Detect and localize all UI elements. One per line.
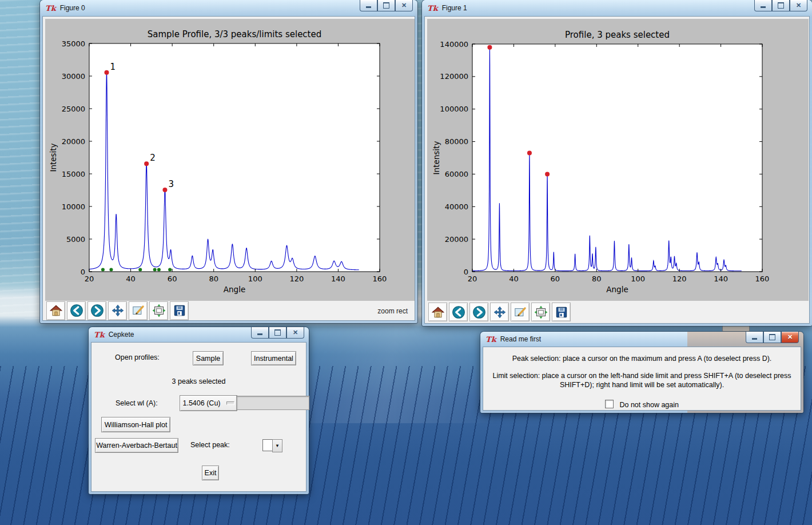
- configure-subplots-icon: [152, 303, 166, 318]
- svg-text:Angle: Angle: [606, 285, 628, 294]
- close-button[interactable]: ✕: [781, 332, 799, 343]
- select-wl-label: Select wl (A):: [116, 399, 158, 407]
- svg-text:Intesity: Intesity: [49, 143, 58, 172]
- peak-selection-instructions: Peak selection: place a cursor on the ma…: [483, 354, 801, 363]
- forward-button[interactable]: [469, 303, 488, 321]
- svg-text:15000: 15000: [62, 170, 85, 178]
- maximize-button[interactable]: [772, 0, 790, 11]
- minimize-button[interactable]: [746, 332, 763, 343]
- figure1-caption-buttons: ✕: [754, 0, 807, 11]
- cepkete-window: Tk Cepkete ✕ Open profiles: Sample Instr…: [89, 327, 309, 494]
- instrumental-button[interactable]: Instrumental: [251, 351, 296, 365]
- figure0-window: Tk Figure 0 ✕ 12320406080100120140160050…: [40, 0, 417, 323]
- zoom-rect-icon: [513, 305, 528, 320]
- maximize-button[interactable]: [377, 0, 395, 11]
- wavelength-value: 1.5406 (Cu): [182, 399, 220, 407]
- svg-text:Profile, 3 peaks selected: Profile, 3 peaks selected: [565, 30, 670, 40]
- svg-text:2: 2: [150, 153, 156, 163]
- back-icon: [451, 305, 466, 320]
- configure-subplots-button[interactable]: [149, 301, 168, 320]
- home-button[interactable]: [428, 303, 447, 321]
- home-icon: [431, 305, 445, 320]
- toolbar-status: zoom rect: [377, 307, 408, 315]
- forward-icon: [90, 303, 105, 318]
- zoom-rect-button[interactable]: [129, 301, 148, 320]
- close-icon: ✕: [796, 2, 801, 9]
- zoom-rect-icon: [131, 303, 146, 318]
- figure1-titlebar[interactable]: Tk Figure 1: [422, 0, 812, 16]
- svg-text:1: 1: [110, 62, 116, 72]
- minimize-button[interactable]: [754, 0, 772, 11]
- figure0-toolbar: zoom rect: [45, 302, 412, 319]
- combobox-dropdown-button[interactable]: ▼: [272, 439, 282, 452]
- do-not-show-row: Do not show again: [483, 399, 801, 409]
- svg-text:40: 40: [509, 275, 519, 283]
- home-button[interactable]: [46, 301, 65, 320]
- sample-button[interactable]: Sample: [193, 351, 224, 365]
- save-button[interactable]: [170, 301, 189, 320]
- svg-text:0: 0: [464, 268, 468, 276]
- minimize-icon: [366, 6, 371, 8]
- tk-icon: Tk: [485, 336, 496, 343]
- forward-button[interactable]: [87, 301, 106, 320]
- svg-text:80: 80: [592, 275, 602, 283]
- svg-text:10000: 10000: [62, 202, 85, 211]
- svg-text:25000: 25000: [62, 105, 85, 113]
- configure-subplots-button[interactable]: [531, 303, 550, 321]
- svg-text:20: 20: [468, 275, 477, 283]
- close-icon: ✕: [293, 329, 298, 336]
- pan-button[interactable]: [490, 303, 509, 321]
- pan-button[interactable]: [108, 301, 127, 320]
- limit-selection-instructions: Limit selection: place a cursor on the l…: [487, 371, 797, 389]
- zoom-rect-button[interactable]: [511, 303, 530, 321]
- window-title: Figure 1: [442, 4, 467, 12]
- close-button[interactable]: ✕: [286, 327, 304, 339]
- close-icon: ✕: [401, 2, 407, 9]
- svg-text:100: 100: [631, 275, 645, 283]
- tk-icon: Tk: [45, 5, 56, 12]
- figure1-chart[interactable]: 2040608010012014016002000040000600008000…: [427, 19, 809, 301]
- svg-text:40000: 40000: [445, 202, 468, 211]
- exit-button[interactable]: Exit: [202, 466, 219, 480]
- figure0-caption-buttons: ✕: [360, 0, 413, 11]
- svg-text:40: 40: [126, 275, 136, 283]
- svg-text:160: 160: [755, 275, 770, 283]
- svg-text:80000: 80000: [445, 137, 468, 146]
- figure0-plot-canvas[interactable]: 1232040608010012014016005000100001500020…: [45, 19, 415, 301]
- minimize-button[interactable]: [251, 327, 269, 339]
- save-icon: [172, 303, 187, 318]
- svg-text:140: 140: [714, 275, 728, 283]
- cepkete-client: Open profiles: Sample Instrumental 3 pea…: [91, 342, 307, 492]
- figure1-window: Tk Figure 1 ✕ 20406080100120140160020000…: [422, 0, 812, 326]
- figure1-client: 2040608010012014016002000040000600008000…: [424, 16, 810, 324]
- window-title: Cepkete: [109, 331, 134, 339]
- close-button[interactable]: ✕: [790, 0, 807, 11]
- back-button[interactable]: [67, 301, 86, 320]
- svg-text:80: 80: [209, 275, 218, 283]
- select-peak-label: Select peak:: [190, 441, 230, 449]
- maximize-icon: [274, 329, 281, 336]
- svg-text:5000: 5000: [66, 235, 85, 244]
- minimize-icon: [257, 333, 262, 335]
- do-not-show-checkbox[interactable]: [605, 400, 614, 408]
- williamson-hall-button[interactable]: Williamson-Hall plot: [101, 417, 170, 432]
- maximize-button[interactable]: [269, 327, 286, 339]
- svg-text:Sample Profile, 3/3 peaks/limi: Sample Profile, 3/3 peaks/limits selecte…: [148, 29, 322, 39]
- svg-text:100: 100: [248, 275, 262, 283]
- svg-text:20000: 20000: [445, 235, 468, 244]
- wavelength-optionmenu[interactable]: 1.5406 (Cu): [180, 395, 237, 411]
- save-button[interactable]: [552, 303, 571, 321]
- close-button[interactable]: ✕: [395, 0, 413, 11]
- svg-text:20: 20: [85, 275, 94, 283]
- wavelength-entry[interactable]: [236, 396, 309, 410]
- figure0-chart[interactable]: 1232040608010012014016005000100001500020…: [45, 19, 415, 301]
- minimize-button[interactable]: [360, 0, 377, 11]
- maximize-button[interactable]: [763, 332, 781, 343]
- figure1-plot-canvas[interactable]: 2040608010012014016002000040000600008000…: [427, 19, 809, 301]
- warren-averbach-button[interactable]: Warren-Averbach-Bertaut: [95, 438, 178, 453]
- cepkete-caption-buttons: ✕: [251, 327, 304, 339]
- back-button[interactable]: [449, 303, 468, 321]
- peaks-selected-text: 3 peaks selected: [91, 377, 306, 385]
- svg-text:140000: 140000: [440, 40, 468, 49]
- svg-text:160: 160: [373, 275, 387, 283]
